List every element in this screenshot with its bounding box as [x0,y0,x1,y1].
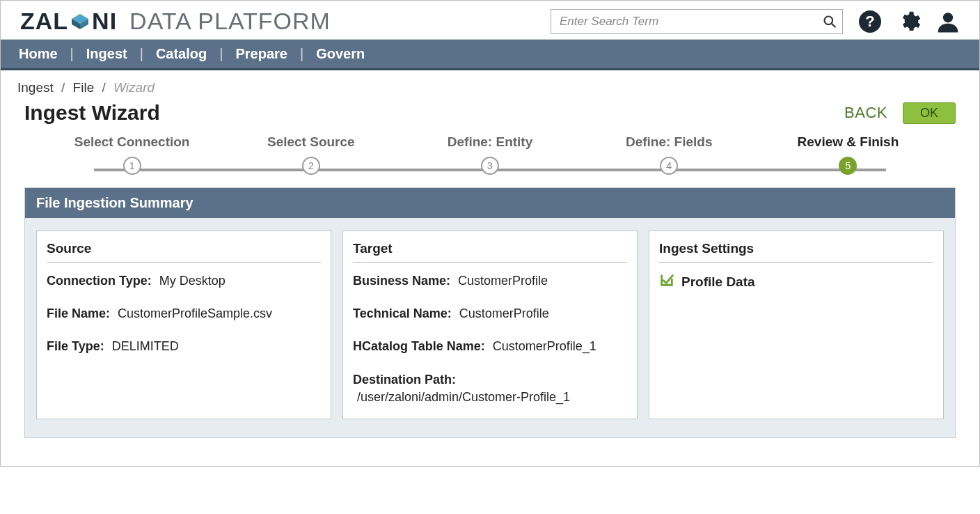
kv-value: /user/zaloni/admin/Customer-Profile_1 [357,390,570,404]
kv-hcatalog-name: HCatalog Table Name: CustomerProfile_1 [353,338,627,355]
svg-text:?: ? [865,13,874,30]
card-title-source: Source [47,241,321,263]
search-wrap [551,9,843,34]
search-icon[interactable] [821,13,839,31]
breadcrumb-file[interactable]: File [73,80,95,95]
step-label: Select Source [221,134,400,150]
svg-point-3 [825,16,833,24]
nav-sep: | [297,46,306,62]
nav-catalog[interactable]: Catalog [146,46,216,62]
nav-govern[interactable]: Govern [306,46,374,62]
kv-key: Connection Type: [47,274,152,288]
kv-key: Destination Path: [353,373,456,387]
brand-text-light: DATA PLATFORM [129,8,331,35]
kv-connection-type: Connection Type: My Desktop [47,272,321,290]
ok-button[interactable]: OK [903,102,956,124]
step-circle: 3 [481,157,499,175]
profile-data-setting: Profile Data [659,272,933,291]
nav-sep: | [216,46,226,62]
nav-ingest[interactable]: Ingest [77,46,137,62]
kv-business-name: Business Name: CustomerProfile [353,272,627,290]
brand-text-strong: ZAL [20,8,68,35]
breadcrumb-current: Wizard [113,80,155,95]
back-button[interactable]: BACK [844,104,887,122]
breadcrumb: Ingest / File / Wizard [17,80,155,95]
kv-key: Business Name: [353,274,450,288]
nav-home[interactable]: Home [9,46,68,62]
main-nav: Home | Ingest | Catalog | Prepare | Gove… [1,40,979,70]
nav-prepare[interactable]: Prepare [226,46,297,62]
kv-value: CustomerProfile [459,306,549,320]
kv-value: CustomerProfile [458,274,548,288]
top-header: ZAL NI DATA PLATFORM [1,1,979,40]
card-title-target: Target [353,241,627,263]
kv-value: My Desktop [159,274,226,288]
check-icon [659,272,674,291]
breadcrumb-ingest[interactable]: Ingest [17,80,54,95]
kv-value: CustomerProfile_1 [493,339,596,353]
step-circle: 5 [839,157,857,175]
user-icon[interactable] [936,10,960,33]
summary-panel: File Ingestion Summary Source Connection… [24,187,956,438]
step-circle: 1 [123,157,141,175]
kv-key: HCatalog Table Name: [353,339,485,353]
ingest-settings-card: Ingest Settings Profile Data [649,231,944,419]
svg-point-7 [943,13,953,22]
kv-destination-path: Destination Path: /user/zaloni/admin/Cus… [353,371,627,406]
search-input[interactable] [551,9,843,34]
step-circle: 4 [660,157,678,175]
svg-line-4 [832,23,836,27]
step-label: Define: Entity [400,134,579,150]
help-icon[interactable]: ? [858,10,882,33]
nav-sep: | [68,46,77,62]
brand-logo: ZAL NI DATA PLATFORM [20,8,331,35]
kv-file-type: File Type: DELIMITED [47,338,321,355]
page-title: Ingest Wizard [24,101,160,125]
brand-text-strong2: NI [92,8,117,35]
kv-value: DELIMITED [112,339,179,353]
step-label: Select Connection [42,134,221,150]
step-label: Review & Finish [759,134,938,150]
gear-icon[interactable] [897,10,921,33]
kv-file-name: File Name: CustomerProfileSample.csv [47,305,321,322]
brand-diamond-icon [70,11,90,32]
wizard-stepper: Select Connection 1 Select Source 2 Defi… [1,134,979,187]
step-label: Define: Fields [580,134,759,150]
kv-value: CustomerProfileSample.csv [118,306,272,320]
source-card: Source Connection Type: My Desktop File … [36,231,331,419]
kv-key: File Name: [47,306,110,320]
nav-sep: | [137,46,146,62]
kv-technical-name: Technical Name: CustomerProfile [353,305,627,322]
card-title-settings: Ingest Settings [659,241,933,263]
step-circle: 2 [302,157,320,175]
kv-key: File Type: [47,339,104,353]
panel-header: File Ingestion Summary [25,188,955,218]
profile-data-label: Profile Data [681,274,755,290]
target-card: Target Business Name: CustomerProfile Te… [342,231,638,419]
kv-key: Technical Name: [353,306,452,320]
